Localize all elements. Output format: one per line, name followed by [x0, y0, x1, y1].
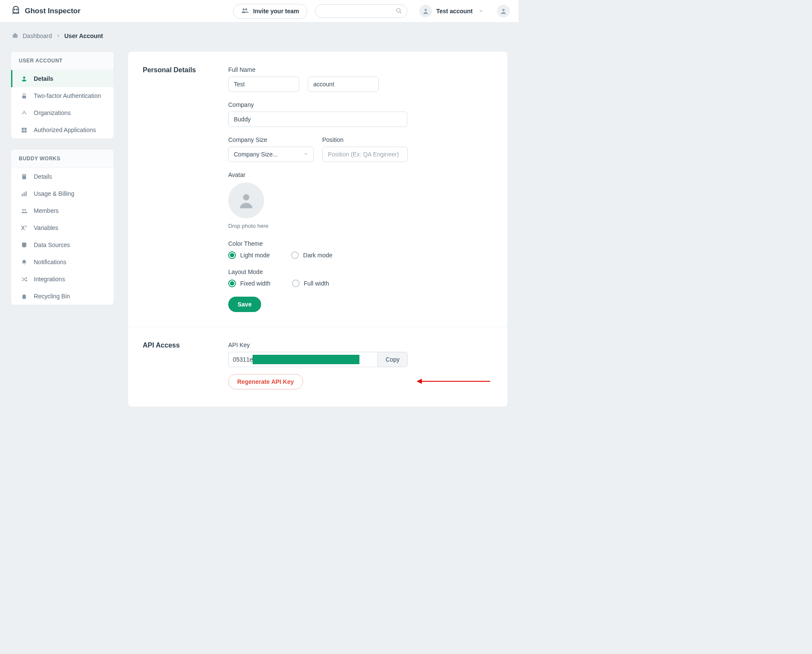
- sidebar-item-label: Organizations: [34, 109, 71, 116]
- sidebar-item-usage-billing[interactable]: Usage & Billing: [11, 185, 114, 202]
- svg-point-26: [243, 194, 250, 200]
- api-key-prefix: 05311e: [233, 356, 253, 363]
- svg-point-1: [17, 9, 18, 10]
- sidebar-item-notifications[interactable]: Notifications: [11, 253, 114, 271]
- svg-point-23: [22, 209, 24, 211]
- svg-rect-21: [24, 192, 25, 196]
- product-name: Ghost Inspector: [25, 7, 80, 15]
- chevron-down-icon: [479, 8, 483, 15]
- radio-fixed-width[interactable]: Fixed width: [228, 280, 271, 287]
- bell-icon: [20, 259, 28, 265]
- company-input[interactable]: [228, 112, 407, 127]
- svg-rect-18: [23, 175, 24, 176]
- search-icon: [396, 8, 402, 15]
- sidebar-group-title: BUDDY WORKS: [11, 150, 114, 168]
- sidebar-item-label: Authorized Applications: [34, 127, 96, 133]
- svg-rect-13: [21, 127, 24, 130]
- org-icon: [20, 110, 28, 116]
- radio-label: Full width: [304, 280, 329, 287]
- field-label-position: Position: [322, 136, 408, 143]
- svg-rect-9: [22, 95, 26, 98]
- topbar: Ghost Inspector Invite your team Test ac…: [0, 0, 518, 23]
- svg-point-3: [245, 8, 247, 10]
- breadcrumb-dashboard[interactable]: Dashboard: [23, 32, 52, 39]
- first-name-input[interactable]: [228, 77, 299, 92]
- field-label-company-size: Company Size: [228, 136, 314, 143]
- svg-point-0: [14, 9, 15, 10]
- svg-rect-14: [24, 127, 26, 130]
- save-button[interactable]: Save: [228, 297, 261, 312]
- sidebar-panel-buddy-works: BUDDY WORKS Details Usage & Billing Memb…: [11, 150, 114, 305]
- api-key-redaction: [253, 355, 359, 364]
- sidebar-item-members[interactable]: Members: [11, 202, 114, 219]
- svg-rect-22: [25, 191, 26, 196]
- sidebar-item-details[interactable]: Details: [11, 70, 114, 87]
- field-label-company: Company: [228, 101, 493, 108]
- svg-point-10: [24, 110, 25, 112]
- svg-rect-20: [21, 194, 23, 196]
- shuffle-icon: [20, 276, 28, 283]
- grid-icon: [20, 127, 28, 133]
- search-wrap: [315, 4, 407, 18]
- field-label-api-key: API Key: [228, 342, 493, 348]
- account-name: Test account: [436, 8, 473, 15]
- sidebar-item-label: Details: [34, 173, 52, 180]
- trash-icon: [20, 293, 28, 300]
- sidebar-item-label: Notifications: [34, 259, 66, 265]
- radio-indicator: [291, 251, 299, 259]
- sidebar-item-label: Details: [34, 75, 53, 82]
- invite-label: Invite your team: [253, 8, 299, 15]
- sidebar-item-label: Usage & Billing: [34, 190, 74, 197]
- chart-icon: [20, 191, 28, 197]
- sidebar-item-variables[interactable]: X1 Variables: [11, 219, 114, 236]
- home-icon[interactable]: [12, 32, 18, 40]
- radio-dark-mode[interactable]: Dark mode: [291, 251, 332, 259]
- sidebar-item-label: Integrations: [34, 276, 65, 283]
- position-input[interactable]: [322, 147, 408, 162]
- sidebar-item-label: Data Sources: [34, 242, 70, 248]
- sidebar-item-integrations[interactable]: Integrations: [11, 271, 114, 288]
- sidebar-item-data-sources[interactable]: Data Sources: [11, 236, 114, 253]
- section-title: API Access: [143, 342, 228, 389]
- account-menu[interactable]: Test account: [419, 5, 483, 18]
- sidebar-item-label: Variables: [34, 224, 58, 231]
- field-label-color-theme: Color Theme: [228, 240, 263, 247]
- lock-icon: [20, 93, 28, 99]
- logo[interactable]: Ghost Inspector: [11, 6, 80, 17]
- radio-label: Fixed width: [240, 280, 271, 287]
- svg-rect-15: [21, 130, 24, 133]
- breadcrumb: Dashboard User Account: [0, 23, 518, 40]
- sidebar-panel-user-account: USER ACCOUNT Details Two-factor Authenti…: [11, 52, 114, 138]
- regenerate-api-key-button[interactable]: Regenerate API Key: [228, 374, 303, 389]
- svg-point-7: [502, 9, 504, 11]
- radio-light-mode[interactable]: Light mode: [228, 251, 270, 259]
- svg-point-4: [397, 9, 400, 12]
- copy-api-key-button[interactable]: Copy: [377, 352, 408, 367]
- last-name-input[interactable]: [308, 77, 379, 92]
- sidebar-item-recycling-bin[interactable]: Recycling Bin: [11, 288, 114, 305]
- sidebar-item-2fa[interactable]: Two-factor Authentication: [11, 87, 114, 104]
- building-icon: [20, 174, 28, 180]
- sidebar-item-label: Two-factor Authentication: [34, 92, 101, 99]
- svg-rect-19: [24, 175, 25, 176]
- api-key-field[interactable]: 05311e: [228, 352, 377, 367]
- section-personal-details: Personal Details Full Name Company Compa…: [128, 52, 507, 327]
- sidebar-item-organizations[interactable]: Organizations: [11, 104, 114, 121]
- company-size-select[interactable]: Company Size...: [228, 147, 314, 162]
- sidebar-item-org-details[interactable]: Details: [11, 168, 114, 185]
- database-icon: [20, 242, 28, 248]
- svg-point-6: [424, 9, 427, 11]
- invite-team-button[interactable]: Invite your team: [233, 4, 307, 19]
- sidebar-group-title: USER ACCOUNT: [11, 52, 114, 70]
- svg-rect-16: [24, 130, 26, 133]
- svg-rect-17: [22, 174, 26, 179]
- avatar-drop-caption: Drop photo here: [228, 223, 493, 229]
- avatar-dropzone[interactable]: [228, 183, 264, 218]
- sidebar: USER ACCOUNT Details Two-factor Authenti…: [11, 52, 114, 305]
- members-icon: [20, 208, 28, 214]
- radio-full-width[interactable]: Full width: [292, 280, 329, 287]
- search-input[interactable]: [315, 4, 407, 18]
- secondary-avatar[interactable]: [497, 5, 510, 18]
- radio-label: Dark mode: [303, 252, 332, 259]
- sidebar-item-authorized-apps[interactable]: Authorized Applications: [11, 121, 114, 138]
